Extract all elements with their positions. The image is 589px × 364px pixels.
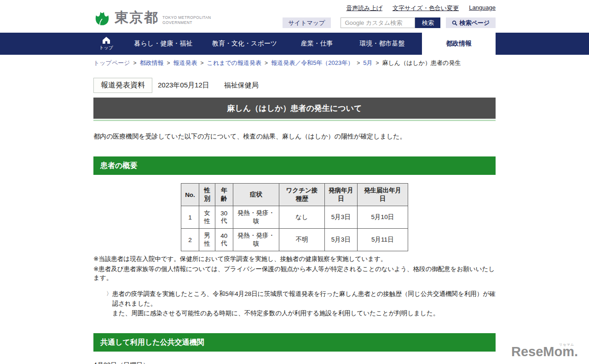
title-underline xyxy=(93,120,496,121)
breadcrumb-past-press-releases[interactable]: これまでの報道発表 xyxy=(207,59,262,67)
intro-paragraph: 都内の医療機関を受診していた以下の方について、検査の結果、麻しん（はしか）の陽性… xyxy=(93,132,496,141)
sitemap-button[interactable]: サイトマップ xyxy=(283,17,331,28)
breadcrumb-separator: > xyxy=(133,60,137,66)
main-content: トップページ> 都政情報> 報道発表> これまでの報道発表> 報道発表／令和5年… xyxy=(93,59,496,364)
breadcrumb-separator: > xyxy=(201,60,204,66)
breadcrumb-press-release-2023[interactable]: 報道発表／令和5年（2023年） xyxy=(271,59,353,67)
col-header-vaccination: ワクチン接種歴 xyxy=(279,184,324,206)
breadcrumb-press-release[interactable]: 報道発表 xyxy=(173,59,197,67)
cell-no: 1 xyxy=(181,206,199,229)
table-header-row: No. 性別 年齢 症状 ワクチン接種歴 発病年月日 発生届出年月日 xyxy=(181,184,408,206)
table-row: 2 男性 40代 発熱・発疹・咳 不明 5月3日 5月11日 xyxy=(181,229,408,251)
section-heading-patient-overview: 患者の概要 xyxy=(93,156,496,175)
cell-symptoms: 発熱・発疹・咳 xyxy=(233,229,279,251)
press-release-date: 2023年05月12日 xyxy=(158,81,209,90)
transport-date: 4月23日（日曜日） xyxy=(93,361,496,364)
note-hospitalization: ※当該患者は現在入院中です。保健所において疫学調査を実施し、接触者の健康観察を実… xyxy=(93,254,496,264)
link-text-size-color[interactable]: 文字サイズ・色合い変更 xyxy=(393,4,459,12)
cell-onset-date: 5月3日 xyxy=(324,206,357,229)
cell-onset-date: 5月3日 xyxy=(324,229,357,251)
nav-item-environment-infrastructure[interactable]: 環境・都市基盤 xyxy=(352,33,412,55)
nav-home-label: トップ xyxy=(99,45,113,51)
page-title: 麻しん（はしか）患者の発生について xyxy=(227,103,362,114)
cell-age: 40代 xyxy=(215,229,233,251)
tokyo-logo[interactable]: 東京都 TOKYO METROPOLITAN GOVERNMENT xyxy=(93,0,211,33)
page-title-bar: 麻しん（はしか）患者の発生について xyxy=(93,98,496,119)
notes-block: ※当該患者は現在入院中です。保健所において疫学調査を実施し、接触者の健康観察を実… xyxy=(93,254,496,283)
nav-item-education-culture-sports[interactable]: 教育・文化・スポーツ xyxy=(208,33,282,55)
section-heading-text: 共通して利用した公共交通機関 xyxy=(93,338,204,347)
link-language[interactable]: Language xyxy=(469,4,496,12)
tokyo-leaf-icon xyxy=(93,9,111,27)
col-header-symptoms: 症状 xyxy=(233,184,279,206)
cell-vaccination: なし xyxy=(279,206,324,229)
breadcrumb-may[interactable]: 5月 xyxy=(363,59,372,67)
note-privacy: ※患者及び患者家族等の個人情報については、プライバシー保護の観点から本人等が特定… xyxy=(93,265,496,283)
table-row: 1 女性 30代 発熱・発疹・咳 なし 5月3日 5月10日 xyxy=(181,206,408,229)
col-header-no: No. xyxy=(181,184,199,206)
col-header-report-date: 発生届出年月日 xyxy=(357,184,408,206)
link-voice-readout[interactable]: 音声読み上げ xyxy=(346,4,382,12)
cell-symptoms: 発熱・発疹・咳 xyxy=(233,206,279,229)
cell-age: 30代 xyxy=(215,206,233,229)
nav-item-metropolitan-info-active[interactable]: 都政情報 xyxy=(422,33,496,55)
press-release-bureau: 福祉保健局 xyxy=(224,81,259,90)
breadcrumb: トップページ> 都政情報> 報道発表> これまでの報道発表> 報道発表／令和5年… xyxy=(93,59,496,67)
global-nav: トップ 暮らし・健康・福祉 教育・文化・スポーツ 産業・仕事 環境・都市基盤 都… xyxy=(0,33,589,55)
nav-item-life-health-welfare[interactable]: 暮らし・健康・福祉 xyxy=(129,33,198,55)
cell-sex: 男性 xyxy=(199,229,215,251)
col-header-onset-date: 発病年月日 xyxy=(324,184,357,206)
logo-subtitle: TOKYO METROPOLITAN GOVERNMENT xyxy=(162,11,211,25)
cell-report-date: 5月10日 xyxy=(357,206,408,229)
col-header-sex: 性別 xyxy=(199,184,215,206)
resemom-watermark: リセマム ReseMom. xyxy=(511,344,578,359)
home-icon xyxy=(103,37,110,44)
breadcrumb-separator: > xyxy=(265,60,268,66)
search-input[interactable] xyxy=(341,17,415,28)
resemom-katakana: リセマム xyxy=(559,342,574,347)
press-release-label: 報道発表資料 xyxy=(93,78,152,93)
section-heading-text: 患者の概要 xyxy=(93,161,137,171)
cell-no: 2 xyxy=(181,229,199,251)
nav-home-tab[interactable]: トップ xyxy=(93,33,119,55)
col-header-age: 年齢 xyxy=(215,184,233,206)
logo-title: 東京都 xyxy=(115,8,159,27)
utility-links: 音声読み上げ 文字サイズ・色合い変更 Language xyxy=(346,4,496,12)
breadcrumb-separator: > xyxy=(357,60,360,66)
cell-sex: 女性 xyxy=(199,206,215,229)
finding-facility-use: また、周囲に感染させる可能性のある時期に、不特定多数の人が利用する施設を利用して… xyxy=(106,309,496,318)
site-header: 東京都 TOKYO METROPOLITAN GOVERNMENT 音声読み上げ… xyxy=(0,0,589,33)
findings-block: 患者の疫学調査を実施したところ、令和5年4月28日に茨城県で報道発表を行った麻し… xyxy=(93,289,496,318)
section-heading-public-transport: 共通して利用した公共交通機関 xyxy=(93,333,496,352)
breadcrumb-top-page[interactable]: トップページ xyxy=(93,59,130,67)
patients-table: No. 性別 年齢 症状 ワクチン接種歴 発病年月日 発生届出年月日 1 女性 … xyxy=(181,183,408,251)
cell-vaccination: 不明 xyxy=(279,229,324,251)
nav-item-industry-work[interactable]: 産業・仕事 xyxy=(291,33,342,55)
breadcrumb-separator: > xyxy=(167,60,170,66)
breadcrumb-current-page: 麻しん（はしか）患者の発生 xyxy=(382,59,461,67)
cell-report-date: 5月11日 xyxy=(357,229,408,251)
breadcrumb-separator: > xyxy=(376,60,379,66)
search-page-button[interactable]: 検索ページ xyxy=(446,17,496,28)
breadcrumb-metropolitan-info[interactable]: 都政情報 xyxy=(140,59,164,67)
search-button[interactable]: 検索 xyxy=(415,17,440,28)
search-row: サイトマップ 検索 検索ページ xyxy=(283,17,496,28)
finding-contact-history: 患者の疫学調査を実施したところ、令和5年4月28日に茨城県で報道発表を行った麻し… xyxy=(106,289,496,309)
magnifier-icon xyxy=(452,20,457,26)
press-release-row: 報道発表資料 2023年05月12日 福祉保健局 xyxy=(93,78,496,93)
